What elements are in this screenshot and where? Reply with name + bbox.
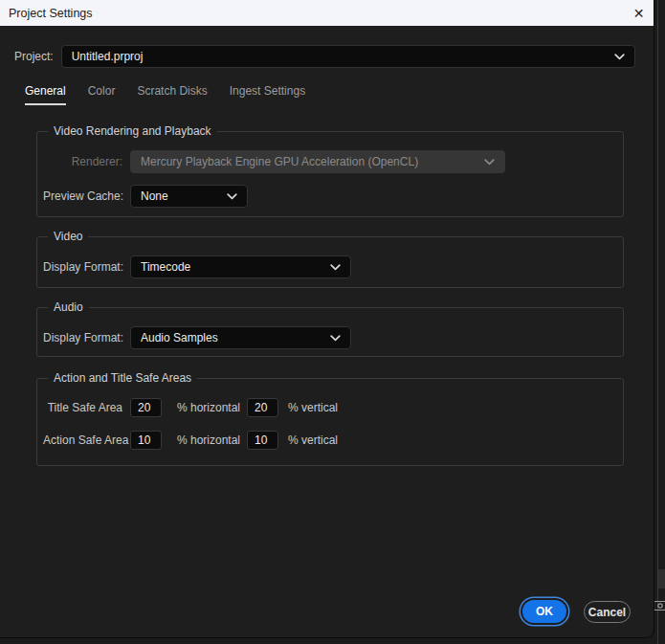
- preview-cache-label: Preview Cache:: [43, 189, 122, 203]
- action-safe-area-row: Action Safe Area % horizontal % vertical: [43, 431, 623, 450]
- action-safe-vertical-input[interactable]: [247, 431, 278, 450]
- title-safe-horizontal-input[interactable]: [130, 398, 162, 417]
- ok-button[interactable]: OK: [522, 600, 566, 623]
- group-video: Video Display Format: Timecode: [36, 236, 624, 288]
- chevron-down-icon: [227, 193, 237, 200]
- camera-icon: [654, 597, 665, 614]
- tab-scratch-disks[interactable]: Scratch Disks: [137, 84, 207, 105]
- audio-display-format-row: Display Format: Audio Samples: [43, 326, 623, 349]
- preview-cache-row: Preview Cache: None: [43, 185, 623, 208]
- audio-display-format-label: Display Format:: [43, 331, 122, 344]
- renderer-select-value: Mercury Playback Engine GPU Acceleration…: [141, 155, 477, 168]
- horizontal-suffix: % horizontal: [177, 401, 234, 414]
- horizontal-suffix: % horizontal: [177, 433, 234, 447]
- audio-display-format-select[interactable]: Audio Samples: [130, 326, 351, 349]
- project-label: Project:: [14, 50, 54, 63]
- titlebar[interactable]: Project Settings ✕: [0, 0, 654, 26]
- project-select[interactable]: Untitled.prproj: [61, 45, 635, 68]
- chevron-down-icon: [330, 264, 341, 271]
- tab-general[interactable]: General: [25, 84, 66, 105]
- renderer-row: Renderer: Mercury Playback Engine GPU Ac…: [43, 150, 623, 173]
- close-icon: ✕: [633, 6, 645, 21]
- group-title: Video Rendering and Playback: [48, 124, 217, 138]
- group-title: Audio: [48, 300, 89, 314]
- group-audio: Audio Display Format: Audio Samples: [36, 307, 624, 357]
- title-safe-area-label: Title Safe Area: [43, 401, 122, 414]
- chevron-down-icon: [614, 54, 625, 60]
- title-safe-area-row: Title Safe Area % horizontal % vertical: [43, 398, 623, 417]
- project-row: Project: Untitled.prproj: [14, 45, 635, 68]
- tab-ingest-settings[interactable]: Ingest Settings: [230, 84, 305, 105]
- project-select-value: Untitled.prproj: [72, 50, 607, 63]
- background-scrollbar-thumb[interactable]: [658, 569, 665, 588]
- renderer-label: Renderer:: [43, 155, 122, 168]
- video-display-format-value: Timecode: [141, 260, 322, 274]
- renderer-select: Mercury Playback Engine GPU Acceleration…: [130, 150, 505, 173]
- background-panel-divider: [657, 0, 658, 644]
- dialog-title: Project Settings: [9, 7, 93, 20]
- title-safe-vertical-input[interactable]: [247, 398, 278, 417]
- preview-cache-select[interactable]: None: [130, 185, 248, 208]
- action-safe-area-label: Action Safe Area: [43, 433, 122, 447]
- group-video-rendering: Video Rendering and Playback Renderer: M…: [36, 131, 624, 217]
- vertical-suffix: % vertical: [288, 401, 338, 414]
- chevron-down-icon: [330, 335, 341, 342]
- preview-cache-value: None: [141, 189, 219, 203]
- project-settings-dialog: Project Settings ✕ Project: Untitled.prp…: [0, 0, 654, 637]
- video-display-format-label: Display Format:: [43, 260, 122, 274]
- close-button[interactable]: ✕: [624, 0, 654, 26]
- tab-color[interactable]: Color: [88, 84, 116, 105]
- screen: Project Settings ✕ Project: Untitled.prp…: [0, 0, 665, 644]
- group-title: Action and Title Safe Areas: [48, 371, 197, 385]
- tab-bar: General Color Scratch Disks Ingest Setti…: [25, 84, 305, 105]
- audio-display-format-value: Audio Samples: [141, 331, 322, 344]
- video-display-format-row: Display Format: Timecode: [43, 255, 623, 278]
- action-safe-horizontal-input[interactable]: [130, 431, 162, 450]
- chevron-down-icon: [484, 159, 495, 166]
- vertical-suffix: % vertical: [288, 433, 338, 447]
- group-safe-areas: Action and Title Safe Areas Title Safe A…: [36, 378, 624, 466]
- group-title: Video: [48, 230, 88, 243]
- video-display-format-select[interactable]: Timecode: [130, 255, 351, 278]
- cancel-button[interactable]: Cancel: [584, 601, 631, 623]
